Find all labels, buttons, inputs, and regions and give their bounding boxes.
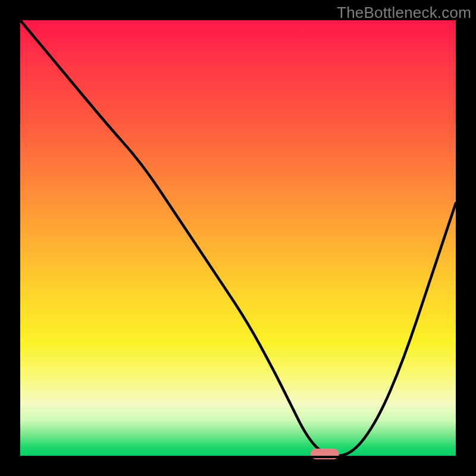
line-series	[20, 20, 456, 456]
curve-path	[20, 20, 456, 456]
chart-container: TheBottleneck.com	[0, 0, 476, 476]
minimum-marker	[311, 449, 339, 459]
plot-area	[20, 20, 456, 456]
watermark-text: TheBottleneck.com	[337, 4, 471, 22]
